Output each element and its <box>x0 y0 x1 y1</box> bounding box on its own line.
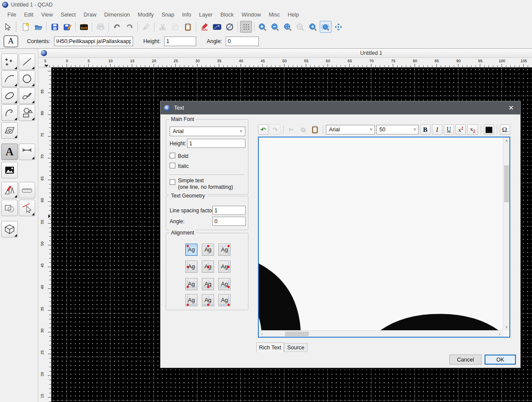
redo-icon[interactable] <box>124 21 135 33</box>
auto-zoom-icon[interactable] <box>282 21 294 33</box>
editor-size-combo[interactable]: 50˅ <box>376 125 418 134</box>
scroll-left-icon[interactable]: ‹ <box>259 331 265 337</box>
projection-tool[interactable] <box>1 221 18 238</box>
new-file-icon[interactable] <box>20 21 31 33</box>
pen-icon[interactable] <box>140 21 152 33</box>
editor-paste-icon[interactable] <box>310 124 320 135</box>
ok-button[interactable]: OK <box>485 355 516 365</box>
shape-tool[interactable] <box>19 104 35 121</box>
alignment-middle-right-button[interactable]: Ag <box>218 261 231 273</box>
print-preview-icon[interactable] <box>94 21 106 33</box>
close-icon[interactable]: ✕ <box>502 101 520 114</box>
menu-modify[interactable]: Modify <box>134 10 158 19</box>
menu-select[interactable]: Select <box>57 10 80 19</box>
scroll-down-icon[interactable]: ˅ <box>503 324 510 330</box>
open-file-icon[interactable] <box>32 21 44 33</box>
menu-file[interactable]: File <box>3 10 20 19</box>
horizontal-scroll-thumb[interactable] <box>285 332 309 336</box>
save-icon[interactable] <box>49 21 60 33</box>
tab-source[interactable]: Source <box>284 343 308 352</box>
alignment-top-left-button[interactable]: Ag <box>185 244 197 256</box>
italic-checkbox[interactable] <box>170 163 175 168</box>
simple-text-checkbox[interactable] <box>170 179 175 185</box>
hatch-tool[interactable] <box>1 122 18 139</box>
window-zoom-icon[interactable] <box>320 21 331 33</box>
menu-draw[interactable]: Draw <box>80 10 100 19</box>
alignment-middle-left-button[interactable]: Ag <box>185 261 197 273</box>
zoom-selection-icon[interactable] <box>294 21 306 33</box>
cut-icon[interactable]: + <box>157 21 168 33</box>
paste-icon[interactable] <box>182 21 194 33</box>
line-tool[interactable] <box>19 54 35 70</box>
font-height-input[interactable] <box>187 139 245 148</box>
editor-bold-button[interactable]: B <box>420 124 430 135</box>
tab-rich-text[interactable]: Rich Text <box>256 342 284 352</box>
menu-help[interactable]: Help <box>284 10 303 19</box>
circle-tool[interactable] <box>19 70 35 87</box>
info-tool[interactable] <box>1 200 18 216</box>
image-tool[interactable] <box>1 162 18 178</box>
active-tool-text-button[interactable]: A <box>3 35 18 47</box>
svg-export-icon[interactable]: SVG <box>78 21 90 33</box>
geometry-angle-input[interactable] <box>212 217 246 226</box>
ellipse-tool-icon[interactable] <box>224 21 235 33</box>
copy-icon[interactable]: + <box>169 21 181 33</box>
alignment-base-left-button[interactable]: Ag <box>185 278 197 290</box>
pan-icon[interactable] <box>332 21 344 33</box>
undo-icon[interactable] <box>111 21 123 33</box>
vertical-scrollbar[interactable]: ˄ ˅ <box>503 137 509 330</box>
alignment-middle-center-button[interactable]: Ag <box>202 261 214 273</box>
line-spacing-input[interactable] <box>212 206 246 215</box>
zoom-in-icon[interactable] <box>257 21 268 33</box>
editor-undo-icon[interactable]: ↶ <box>258 124 268 135</box>
selection-filter-icon[interactable] <box>211 21 223 33</box>
measure-tool[interactable] <box>19 182 35 198</box>
editor-subscript-button[interactable]: x2 <box>467 124 478 135</box>
editor-cut-icon[interactable]: ✂ <box>286 124 297 135</box>
menu-snap[interactable]: Snap <box>157 10 178 19</box>
dimension-tool[interactable] <box>19 144 35 160</box>
selection-pointer-icon[interactable] <box>1 21 13 33</box>
contents-input[interactable] <box>54 37 133 46</box>
text-tool[interactable]: A <box>1 144 18 160</box>
editor-special-char-button[interactable]: Ω, <box>500 124 510 135</box>
height-input[interactable] <box>164 37 196 46</box>
scroll-right-icon[interactable]: › <box>496 331 503 337</box>
scroll-up-icon[interactable]: ˄ <box>503 137 510 144</box>
alignment-bottom-right-button[interactable]: Ag <box>218 294 231 306</box>
menu-misc[interactable]: Misc <box>265 10 284 19</box>
menu-info[interactable]: Info <box>178 10 195 19</box>
menu-edit[interactable]: Edit <box>20 10 37 19</box>
alignment-bottom-center-button[interactable]: Ag <box>202 294 214 306</box>
alignment-top-right-button[interactable]: Ag <box>218 244 231 256</box>
entity-pick-tool[interactable] <box>19 200 35 216</box>
menu-dimension[interactable]: Dimension <box>100 10 134 19</box>
editor-redo-icon[interactable]: ↷ <box>270 124 280 135</box>
editor-color-button[interactable] <box>484 124 494 135</box>
bold-checkbox[interactable] <box>170 153 175 158</box>
alignment-base-right-button[interactable]: Ag <box>218 278 231 290</box>
edit-text-icon[interactable] <box>198 21 210 33</box>
editor-copy-icon[interactable]: ⧉ <box>298 124 308 135</box>
modify-tool[interactable] <box>1 182 18 198</box>
menu-window[interactable]: Window <box>238 10 264 19</box>
cancel-button[interactable]: Cancel <box>449 355 482 365</box>
menu-block[interactable]: Block <box>217 10 238 19</box>
angle-input[interactable] <box>226 37 259 46</box>
grid-toggle-icon[interactable] <box>240 21 252 33</box>
editor-font-combo[interactable]: Arial˅ <box>326 125 375 134</box>
text-dialog-titlebar[interactable]: Text ✕ <box>161 101 520 114</box>
alignment-base-center-button[interactable]: Ag <box>202 278 214 290</box>
spline-tool[interactable] <box>19 87 35 104</box>
menu-view[interactable]: View <box>37 10 57 19</box>
polyline-tool[interactable] <box>1 104 18 121</box>
main-font-combo[interactable]: Arial ˅ <box>170 127 245 136</box>
editor-superscript-button[interactable]: x2 <box>455 124 466 135</box>
zoom-out-icon[interactable] <box>269 21 281 33</box>
ellipse-tool[interactable] <box>1 87 18 104</box>
editor-italic-button[interactable]: I <box>432 124 442 135</box>
alignment-top-center-button[interactable]: Ag <box>202 244 214 256</box>
menu-layer[interactable]: Layer <box>195 10 216 19</box>
horizontal-scrollbar[interactable]: ‹ › <box>259 330 503 337</box>
vertical-scroll-thumb[interactable] <box>504 165 509 202</box>
